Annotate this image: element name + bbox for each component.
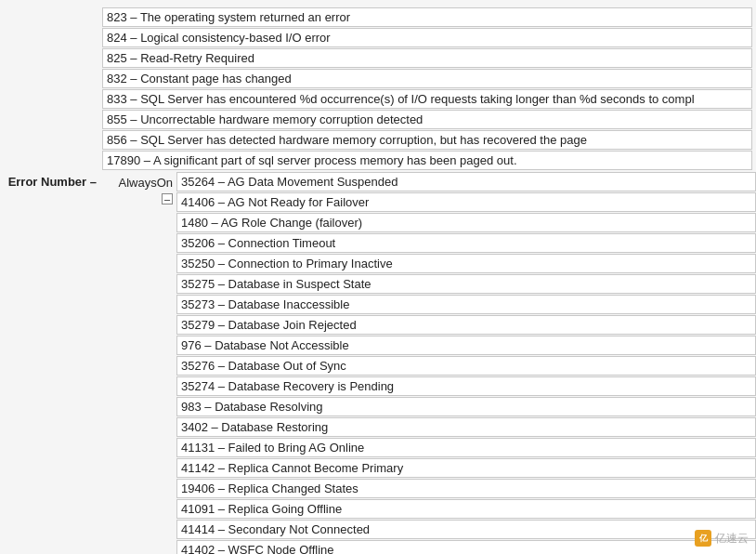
alwayson-label: AlwaysOn [118, 172, 173, 190]
alwayson-item-row[interactable]: 1480 – AG Role Change (failover) [176, 213, 756, 232]
alwayson-item-row[interactable]: 976 – Database Not Accessible [176, 336, 756, 355]
top-item-row[interactable]: 824 – Logical consistency-based I/O erro… [102, 28, 752, 47]
top-item-row[interactable]: 856 – SQL Server has detected hardware m… [102, 130, 752, 150]
alwayson-item-row[interactable]: 3402 – Database Restoring [176, 417, 756, 437]
alwayson-item-row[interactable]: 19406 – Replica Changed States [176, 479, 756, 498]
alwayson-item-row[interactable]: 41414 – Secondary Not Connected [176, 520, 756, 539]
top-item-row[interactable]: 833 – SQL Server has encountered %d occu… [102, 89, 752, 109]
alwayson-item-row[interactable]: 41091 – Replica Going Offline [176, 499, 756, 519]
alwayson-item-row[interactable]: 35275 – Database in Suspect State [176, 274, 756, 294]
watermark-icon: 亿 [695, 530, 711, 547]
alwayson-item-row[interactable]: 41406 – AG Not Ready for Failover [176, 192, 756, 212]
error-number-text: Error Number – [8, 175, 97, 189]
alwayson-item-row[interactable]: 35274 – Database Recovery is Pending [176, 376, 756, 396]
alwayson-item-row[interactable]: 35264 – AG Data Movement Suspended [176, 172, 756, 191]
watermark-text: 亿速云 [715, 531, 749, 547]
main-container: Error Number – 823 – The operating syste… [0, 0, 756, 554]
alwayson-item-row[interactable]: 35279 – Database Join Rejected [176, 315, 756, 335]
top-item-row[interactable]: 17890 – A significant part of sql server… [102, 151, 752, 170]
top-item-row[interactable]: 855 – Uncorrectable hardware memory corr… [102, 110, 752, 129]
error-number-label: Error Number – [0, 7, 102, 189]
alwayson-item-row[interactable]: 41402 – WSFC Node Offline [176, 540, 756, 554]
top-item-row[interactable]: 823 – The operating system returned an e… [102, 7, 752, 27]
alwayson-section: AlwaysOn – 35264 – AG Data Movement Susp… [102, 172, 756, 554]
top-items-list: 823 – The operating system returned an e… [102, 7, 756, 171]
alwayson-collapse-button[interactable]: – [162, 193, 173, 204]
top-item-row[interactable]: 832 – Constant page has changed [102, 69, 752, 88]
alwayson-item-row[interactable]: 35276 – Database Out of Sync [176, 356, 756, 376]
alwayson-item-row[interactable]: 35273 – Database Inaccessible [176, 295, 756, 314]
alwayson-item-row[interactable]: 35250 – Connection to Primary Inactive [176, 254, 756, 273]
alwayson-label-col: AlwaysOn – [102, 172, 176, 554]
alwayson-item-row[interactable]: 41131 – Failed to Bring AG Online [176, 438, 756, 457]
alwayson-item-row[interactable]: 41142 – Replica Cannot Become Primary [176, 458, 756, 478]
top-item-row[interactable]: 825 – Read-Retry Required [102, 48, 752, 68]
watermark: 亿 亿速云 [695, 530, 749, 547]
alwayson-item-row[interactable]: 983 – Database Resolving [176, 397, 756, 416]
alwayson-items-list: 35264 – AG Data Movement Suspended41406 … [176, 172, 756, 554]
alwayson-item-row[interactable]: 35206 – Connection Timeout [176, 233, 756, 253]
right-section: 823 – The operating system returned an e… [102, 7, 756, 554]
